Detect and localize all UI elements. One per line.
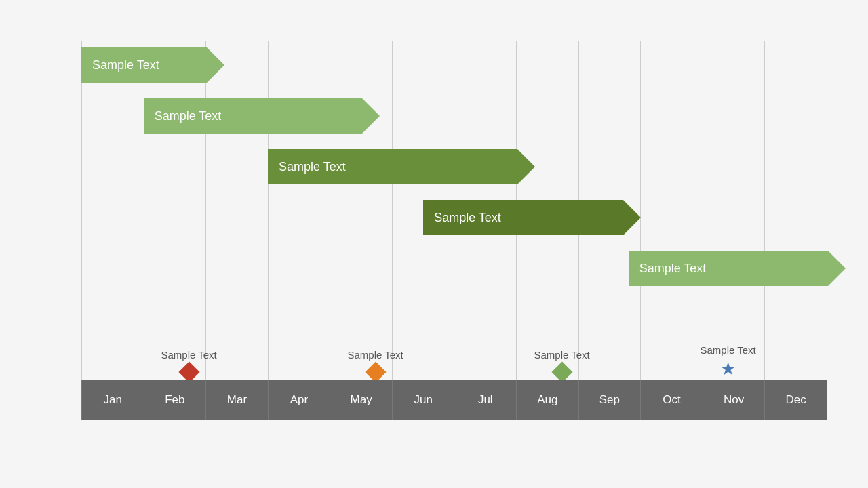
bar-arrow-1: Sample Text <box>144 98 380 134</box>
month-label-oct: Oct <box>640 380 703 420</box>
bar-row-1: Sample Text <box>144 98 380 134</box>
month-label-aug: Aug <box>516 380 578 420</box>
bar-label-0: Sample Text <box>92 58 159 73</box>
month-label-feb: Feb <box>144 380 206 420</box>
bar-row-3: Sample Text <box>423 200 641 235</box>
star-milestone-3: Sample Text★ <box>701 344 756 380</box>
month-label-may: May <box>330 380 392 420</box>
month-label-mar: Mar <box>205 380 268 420</box>
bar-label-1: Sample Text <box>155 109 222 123</box>
star-icon-3: ★ <box>720 359 736 380</box>
bar-arrow-4: Sample Text <box>629 251 846 286</box>
bar-row-4: Sample Text <box>629 251 846 286</box>
chart-area: Sample TextSample TextSample TextSample … <box>41 41 827 420</box>
bar-arrow-3: Sample Text <box>423 200 641 235</box>
bar-label-3: Sample Text <box>434 211 501 225</box>
milestone-label-0: Sample Text <box>161 349 217 361</box>
milestone-label-1: Sample Text <box>348 349 403 361</box>
month-label-dec: Dec <box>764 380 827 420</box>
milestone-2: Sample Text <box>534 349 590 380</box>
bar-row-2: Sample Text <box>268 149 535 184</box>
month-label-apr: Apr <box>268 380 330 420</box>
month-axis: JanFebMarAprMayJunJulAugSepOctNovDec <box>81 380 827 420</box>
month-label-jan: Jan <box>81 380 144 420</box>
milestone-1: Sample Text <box>348 349 403 380</box>
month-label-jun: Jun <box>392 380 454 420</box>
slide: Sample TextSample TextSample TextSample … <box>0 0 868 488</box>
month-label-sep: Sep <box>578 380 641 420</box>
bar-label-2: Sample Text <box>279 160 346 174</box>
bar-arrow-0: Sample Text <box>81 47 224 83</box>
star-label-3: Sample Text <box>701 344 756 356</box>
month-label-jul: Jul <box>454 380 516 420</box>
milestone-area: Sample TextSample TextSample TextSample … <box>81 319 827 380</box>
month-label-nov: Nov <box>703 380 765 420</box>
milestone-label-2: Sample Text <box>534 349 590 361</box>
bar-row-0: Sample Text <box>81 47 224 83</box>
bar-arrow-2: Sample Text <box>268 149 535 184</box>
bar-label-4: Sample Text <box>639 262 707 276</box>
milestone-0: Sample Text <box>161 349 217 380</box>
